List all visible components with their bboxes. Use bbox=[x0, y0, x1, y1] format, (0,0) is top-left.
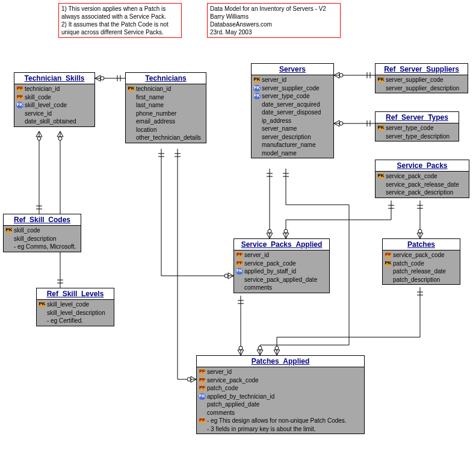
pk-key-icon: PK bbox=[128, 86, 135, 92]
entity-field: service_pack_description bbox=[377, 188, 467, 197]
entity-field: PKserver_id bbox=[253, 76, 332, 84]
svg-point-55 bbox=[275, 346, 279, 350]
fk-key-icon: FK bbox=[253, 93, 261, 99]
field-name: skill_code bbox=[25, 93, 51, 102]
field-name: technician_id bbox=[136, 85, 171, 93]
entity-title: Servers bbox=[252, 64, 333, 75]
entity-field: FKserver_type_code bbox=[253, 92, 332, 101]
pf-key-icon: PF bbox=[199, 377, 206, 384]
field-name: first_name bbox=[136, 93, 164, 102]
entity-field: PKservice_pack_code bbox=[377, 172, 467, 181]
svg-point-59 bbox=[239, 346, 243, 350]
field-name: comments bbox=[244, 284, 272, 292]
entity-ref-server-types: Ref_Server_Types PKserver_type_codeserve… bbox=[375, 111, 459, 141]
svg-point-39 bbox=[187, 378, 191, 381]
entity-title: Ref_Server_Types bbox=[376, 112, 459, 123]
svg-point-9 bbox=[58, 137, 62, 140]
pk-key-icon: PK bbox=[377, 125, 385, 131]
field-name: patch_code bbox=[393, 260, 424, 268]
svg-point-45 bbox=[284, 229, 288, 233]
pk-key-icon: PK bbox=[377, 76, 385, 83]
svg-point-1 bbox=[100, 76, 104, 80]
svg-point-29 bbox=[258, 346, 262, 350]
field-name: skill_level_description bbox=[47, 309, 105, 317]
entity-field: model_name bbox=[253, 149, 332, 158]
pk-key-icon: PK bbox=[377, 173, 385, 179]
field-name: server_type_description bbox=[386, 132, 450, 141]
entity-ref-skill-codes: Ref_Skill_Codes PKskill_codeskill_descri… bbox=[3, 214, 81, 252]
svg-point-5 bbox=[37, 137, 41, 140]
entity-field: PKserver_type_code bbox=[377, 124, 457, 132]
entity-field: comments bbox=[236, 284, 327, 292]
entity-field: - eg Comms, Microsoft. bbox=[5, 243, 79, 251]
entity-service-packs-applied: Service_Packs_Applied PFserver_idPFservi… bbox=[233, 238, 330, 293]
entity-technician-skills: Technician_Skills PFtechnician_idPFskill… bbox=[14, 72, 95, 127]
pk-key-icon: PK bbox=[253, 76, 261, 83]
fk-key-icon: FK bbox=[236, 268, 243, 275]
svg-point-34 bbox=[224, 274, 228, 278]
entity-field: FKapplied_by_staff_id bbox=[236, 267, 327, 276]
entity-field: service_pack_applied_date bbox=[236, 276, 327, 284]
field-name: date_skill_obtained bbox=[25, 117, 76, 126]
note1-line2: always associated with a Service Pack. bbox=[61, 13, 179, 20]
field-name: service_pack_applied_date bbox=[244, 276, 317, 284]
pf-key-icon: PF bbox=[236, 260, 243, 267]
pf-key-icon: PF bbox=[385, 252, 392, 258]
entity-field: server_description bbox=[253, 133, 332, 141]
field-name: server_id bbox=[262, 76, 286, 84]
entity-field: - 3 fields in primary key is about the l… bbox=[199, 425, 362, 434]
entity-field: PKpatch_code bbox=[385, 260, 458, 268]
field-name: patch_release_date bbox=[393, 267, 446, 276]
field-name: patch_description bbox=[393, 276, 440, 284]
field-name: comments bbox=[207, 409, 235, 417]
fk-key-icon: FK bbox=[253, 85, 261, 92]
entity-title: Service_Packs_Applied bbox=[234, 239, 329, 250]
field-name: patch_code bbox=[207, 384, 238, 393]
field-name: other_technician_details bbox=[136, 134, 201, 142]
field-name: - 3 fields in primary key is about the l… bbox=[207, 425, 316, 434]
svg-point-13 bbox=[339, 73, 343, 77]
entity-field: date_server_acquired bbox=[253, 101, 332, 109]
field-name: patch_applied_date bbox=[207, 400, 259, 409]
svg-point-49 bbox=[418, 229, 422, 233]
pk-key-icon: PK bbox=[39, 301, 46, 308]
field-name: manufacturer_name bbox=[262, 141, 316, 149]
note-box-1: 1) This version applies when a Patch is … bbox=[58, 3, 182, 38]
entity-title: Technician_Skills bbox=[14, 73, 94, 84]
field-name: server_supplier_description bbox=[386, 84, 459, 93]
fk-key-icon: FK bbox=[199, 393, 206, 400]
entity-field: service_pack_release_date bbox=[377, 181, 467, 189]
entity-title: Patches_Applied bbox=[197, 356, 364, 367]
pf-key-icon: PF bbox=[199, 417, 206, 424]
field-name: skill_code bbox=[14, 226, 40, 235]
entity-field: last_name bbox=[128, 101, 204, 110]
field-name: service_pack_code bbox=[244, 260, 296, 268]
field-name: date_server_disposed bbox=[262, 108, 321, 117]
entity-patches-applied: Patches_Applied PFserver_idPFservice_pac… bbox=[196, 355, 365, 434]
pf-key-icon: PF bbox=[16, 86, 23, 92]
field-name: service_id bbox=[25, 110, 52, 118]
field-name: last_name bbox=[136, 101, 164, 110]
entity-field: patch_description bbox=[385, 276, 458, 284]
field-name: server_supplier_code bbox=[262, 84, 320, 93]
entity-field: server_type_description bbox=[377, 132, 457, 141]
field-name: technician_id bbox=[25, 85, 60, 93]
entity-field: PKserver_supplier_code bbox=[377, 76, 466, 84]
pf-key-icon: PF bbox=[236, 252, 243, 258]
entity-field: service_id bbox=[16, 110, 93, 118]
entity-field: skill_level_description bbox=[39, 309, 112, 317]
entity-field: date_skill_obtained bbox=[16, 117, 93, 126]
field-name: service_pack_release_date bbox=[386, 181, 459, 189]
entity-field: email_address bbox=[128, 117, 204, 126]
entity-field: first_name bbox=[128, 93, 204, 102]
note1-line4: unique across different Service Packs. bbox=[61, 28, 179, 36]
field-name: skill_level_code bbox=[47, 300, 89, 309]
pf-key-icon: PF bbox=[199, 385, 206, 391]
field-name: service_pack_code bbox=[207, 376, 259, 385]
entity-field: PKtechnician_id bbox=[128, 85, 204, 93]
entity-field: FKskill_level_code bbox=[16, 101, 93, 110]
entity-field: patch_applied_date bbox=[199, 400, 362, 409]
field-name: model_name bbox=[262, 149, 297, 158]
field-name: - eg Certified. bbox=[47, 317, 83, 325]
entity-field: PFtechnician_id bbox=[16, 85, 93, 93]
